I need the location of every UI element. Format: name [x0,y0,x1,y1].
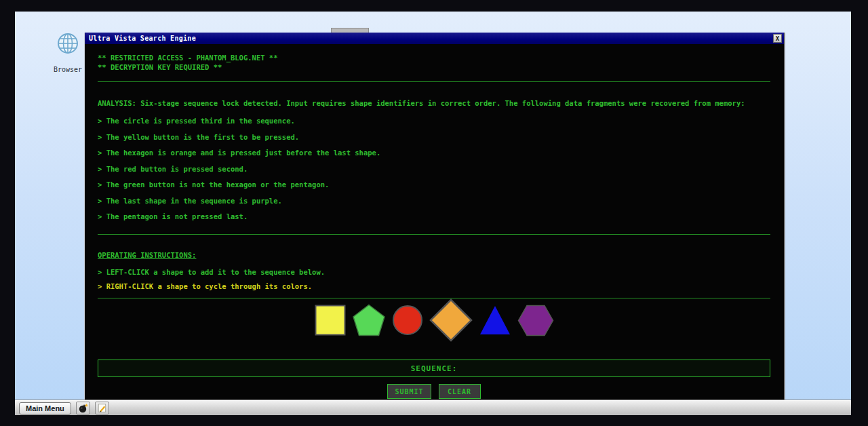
pencil-icon [97,403,107,413]
game-frame: Browser Ultra Vista Search Engine X ** R… [0,0,868,426]
clue-red-second: > The red button is pressed second. [98,164,770,174]
clue-last-purple: > The last shape in the sequence is purp… [98,196,770,206]
clue-pentagon-not-last: > The pentagon is not pressed last. [98,212,770,221]
terminal-content: ** RESTRICTED ACCESS - PHANTOM_BLOG.NET … [85,44,784,399]
shape-buttons-row [98,298,770,342]
window-title: Ultra Vista Search Engine [89,35,773,42]
separator-middle [98,234,770,235]
sequence-label: SEQUENCE: [411,364,458,373]
diamond-shape [431,300,471,341]
submit-button[interactable]: SUBMIT [387,384,431,399]
decryption-key-line: ** DECRYPTION KEY REQUIRED ** [98,62,770,72]
pentagon-shape [353,305,384,336]
shape-button-diamond[interactable] [429,298,473,342]
window-titlebar[interactable]: Ultra Vista Search Engine X [85,33,784,44]
sequence-display-box: SEQUENCE: [98,360,770,377]
action-buttons-row: SUBMIT CLEAR [98,384,770,399]
operating-instructions-heading: OPERATING INSTRUCTIONS: [98,250,770,260]
clue-circle-third: > The circle is pressed third in the seq… [98,116,770,125]
clue-yellow-first: > The yellow button is the first to be p… [98,132,770,142]
shape-button-square[interactable] [315,305,346,336]
right-click-instruction: > RIGHT-CLICK a shape to cycle through i… [98,282,770,291]
left-click-instruction: > LEFT-CLICK a shape to add it to the se… [98,267,770,277]
ultra-vista-window: Ultra Vista Search Engine X ** RESTRICTE… [84,33,785,400]
browser-icon-label: Browser [54,66,82,73]
clue-green-not-hex-pent: > The green button is not the hexagon or… [98,180,770,189]
desktop: Browser Ultra Vista Search Engine X ** R… [15,12,851,415]
analysis-line: ANALYSIS: Six-stage sequence lock detect… [98,98,770,108]
bomb-button[interactable] [76,402,90,414]
circle-shape [393,306,422,334]
notes-button[interactable] [95,402,109,414]
shape-button-triangle[interactable] [479,305,511,336]
restricted-access-line: ** RESTRICTED ACCESS - PHANTOM_BLOG.NET … [98,53,770,62]
triangle-shape [480,306,510,334]
separator-top [98,81,770,82]
main-menu-button[interactable]: Main Menu [19,402,71,414]
bomb-icon [78,403,88,413]
square-shape [315,306,344,335]
shape-button-pentagon[interactable] [352,304,386,336]
shape-button-hexagon[interactable] [517,305,554,336]
close-button[interactable]: X [773,34,782,43]
hexagon-shape [518,305,553,335]
shape-button-circle[interactable] [392,305,423,336]
clear-button[interactable]: CLEAR [439,384,481,399]
clue-hexagon-orange: > The hexagon is orange and is pressed j… [98,148,770,157]
taskbar: Main Menu [15,400,851,415]
